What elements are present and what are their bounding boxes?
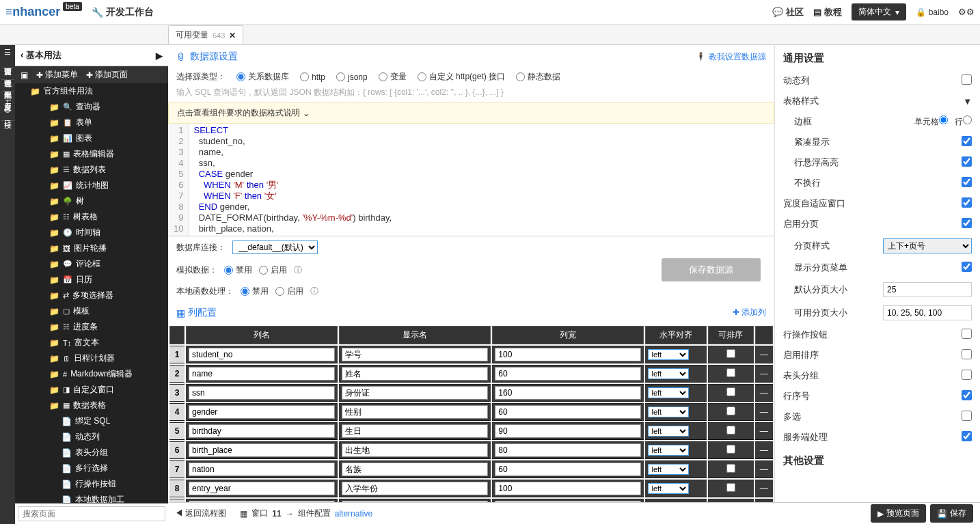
sql-editor[interactable]: 12345678910 SELECT student_no, name, ssn… [168, 124, 774, 236]
tree-item[interactable]: 📁▦数据表格 [15, 398, 168, 413]
remove-icon[interactable]: — [760, 407, 768, 417]
tree-item[interactable]: 📁☰数据列表 [15, 162, 168, 178]
rail-page-mgmt[interactable]: 页面管理 [1, 57, 14, 68]
tree-item[interactable]: 📁📊图表 [15, 130, 168, 146]
tree-item[interactable]: 📁📈统计地图 [15, 178, 168, 193]
add-menu-button[interactable]: ✚ 添加菜单 [36, 69, 78, 81]
chk-sort[interactable] [962, 349, 972, 359]
remove-icon[interactable]: — [760, 350, 768, 359]
community-link[interactable]: 💬社区 [772, 6, 804, 18]
rail-hamburger-icon[interactable]: ☰ [4, 48, 11, 57]
tree-item[interactable]: 📁⇄多项选择器 [15, 288, 168, 303]
col-name-input[interactable] [189, 405, 335, 419]
format-banner[interactable]: 点击查看组件要求的数据格式说明⌄ [168, 102, 774, 124]
chk-headgroup[interactable] [962, 370, 972, 380]
col-width-input[interactable] [495, 405, 641, 419]
col-align-select[interactable]: left [648, 406, 689, 417]
col-width-input[interactable] [495, 367, 641, 381]
col-disp-input[interactable] [342, 463, 488, 476]
language-selector[interactable]: 简体中文▾ [852, 3, 906, 20]
remove-icon[interactable]: — [760, 426, 768, 436]
col-width-input[interactable] [495, 386, 641, 400]
col-align-select[interactable]: left [648, 387, 689, 398]
chk-paging[interactable] [962, 218, 972, 228]
search-input[interactable] [18, 506, 165, 521]
col-align-select[interactable]: left [648, 368, 689, 379]
db-conn-select[interactable]: __default__(默认) [232, 240, 318, 254]
col-disp-input[interactable] [342, 405, 488, 419]
tree-item[interactable]: 📁📅日历 [15, 272, 168, 288]
tree-item[interactable]: 📁🔍查询器 [15, 99, 168, 115]
col-align-select[interactable]: left [648, 349, 689, 360]
radio-fn-disable[interactable]: 禁用 [241, 286, 269, 297]
sel-pagestyle[interactable]: 上下+页号 [883, 238, 972, 253]
tree-item[interactable]: 📄本地数据加工 [15, 492, 168, 503]
radio-mock-enable[interactable]: 启用 [259, 264, 287, 276]
caret-left-icon[interactable]: ‹ [21, 49, 24, 60]
col-name-input[interactable] [189, 348, 335, 361]
col-align-select[interactable]: left [648, 483, 689, 494]
chk-autowidth[interactable] [962, 197, 972, 208]
col-sortable-chk[interactable] [726, 426, 735, 435]
col-align-select[interactable]: left [648, 445, 689, 456]
chk-seqno[interactable] [962, 390, 972, 400]
tree-item[interactable]: 📁💬评论框 [15, 256, 168, 272]
tree-item[interactable]: 📁#Markdown编辑器 [15, 366, 168, 382]
tree-item[interactable]: 📁◨自定义窗口 [15, 382, 168, 398]
col-name-input[interactable] [189, 424, 335, 438]
col-sortable-chk[interactable] [726, 483, 735, 492]
remove-icon[interactable]: — [760, 388, 768, 398]
remove-icon[interactable]: — [760, 445, 768, 455]
tree-item[interactable]: 📄行操作按钮 [15, 476, 168, 492]
rail-global-cfg[interactable]: 全局配置 [1, 80, 14, 92]
col-disp-input[interactable] [342, 348, 488, 361]
tree-item[interactable]: 📄动态列 [15, 429, 168, 445]
tree-item[interactable]: 📁📋表单 [15, 115, 168, 130]
col-sortable-chk[interactable] [726, 349, 735, 358]
save-button[interactable]: 💾 保存 [930, 504, 973, 523]
workspace-link[interactable]: 🔧 开发工作台 [92, 6, 154, 18]
col-sortable-chk[interactable] [726, 368, 735, 377]
remove-icon[interactable]: — [760, 369, 768, 378]
help-link[interactable]: 🕴教我设置数据源 [696, 51, 766, 63]
input-availpagesize[interactable] [883, 305, 972, 320]
tree-item[interactable]: 📁☵进度条 [15, 319, 168, 335]
col-width-input[interactable] [495, 348, 641, 361]
rail-http-api[interactable]: 自定义 Http 接口 [1, 92, 14, 121]
info-icon[interactable]: ⓘ [294, 264, 302, 276]
tree-item[interactable]: 📁🕐时间轴 [15, 225, 168, 240]
tab-current[interactable]: 可用变量 643 ✕ [168, 25, 243, 44]
add-page-button[interactable]: ✚ 添加页面 [86, 69, 128, 81]
back-button[interactable]: ◀ 返回流程图 [175, 508, 226, 519]
tree-item[interactable]: 📁☷树表格 [15, 209, 168, 225]
tree-item[interactable]: 📁🗓日程计划器 [15, 350, 168, 366]
radio-custom[interactable]: 自定义 http(get) 接口 [418, 71, 505, 83]
chk-compact[interactable] [962, 136, 972, 146]
radio-mock-disable[interactable]: 禁用 [224, 264, 252, 276]
col-name-input[interactable] [189, 482, 335, 495]
col-sortable-chk[interactable] [726, 387, 735, 396]
preview-button[interactable]: ▶ 预览页面 [871, 504, 926, 523]
col-width-input[interactable] [495, 482, 641, 495]
radio-jsonp[interactable]: jsonp [336, 72, 368, 82]
chk-rowops[interactable] [962, 329, 972, 339]
chk-nowrap[interactable] [962, 177, 972, 187]
add-column-button[interactable]: ✚ 添加列 [733, 307, 766, 319]
save-datasource-button[interactable]: 保存数据源 [662, 258, 761, 281]
col-width-input[interactable] [495, 443, 641, 457]
col-disp-input[interactable] [342, 443, 488, 457]
col-align-select[interactable]: left [648, 464, 689, 475]
radio-static[interactable]: 静态数据 [516, 71, 560, 83]
chk-server[interactable] [962, 431, 972, 441]
user-badge[interactable]: 🔒baibo [916, 8, 949, 17]
col-disp-input[interactable] [342, 424, 488, 438]
col-name-input[interactable] [189, 386, 335, 400]
col-disp-input[interactable] [342, 367, 488, 381]
rail-role-mgmt[interactable]: 角色管理 [1, 68, 14, 80]
tree-item[interactable]: 📁▢模板 [15, 303, 168, 319]
col-align-select[interactable]: left [648, 426, 689, 437]
col-sortable-chk[interactable] [726, 464, 735, 473]
col-sortable-chk[interactable] [726, 445, 735, 454]
col-name-input[interactable] [189, 367, 335, 381]
tree-item[interactable]: 📁▦表格编辑器 [15, 146, 168, 162]
